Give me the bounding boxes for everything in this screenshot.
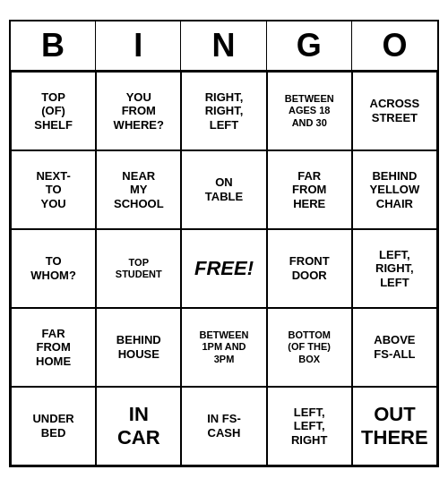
bingo-cell-2: RIGHT,RIGHT,LEFT	[181, 72, 266, 150]
bingo-cell-20: UNDERBED	[11, 387, 96, 466]
header-letter-b: B	[11, 21, 96, 70]
bingo-cell-18: BOTTOM(OF THE)BOX	[267, 308, 352, 387]
bingo-cell-16: BEHINDHOUSE	[96, 308, 181, 387]
header-letter-g: G	[267, 21, 352, 70]
bingo-cell-22: IN FS-CASH	[181, 387, 266, 466]
header-letter-i: I	[96, 21, 181, 70]
bingo-header: BINGO	[11, 21, 437, 72]
bingo-cell-3: BETWEENAGES 18AND 30	[267, 72, 352, 150]
bingo-cell-14: LEFT,RIGHT,LEFT	[352, 229, 437, 308]
bingo-grid: TOP(OF)SHELFYOUFROMWHERE?RIGHT,RIGHT,LEF…	[11, 72, 437, 466]
bingo-cell-8: FARFROMHERE	[267, 150, 352, 229]
bingo-cell-21: INCAR	[96, 387, 181, 466]
bingo-cell-10: TOWHOM?	[11, 229, 96, 308]
header-letter-n: N	[181, 21, 266, 70]
bingo-cell-19: ABOVEFS-ALL	[352, 308, 437, 387]
bingo-cell-13: FRONTDOOR	[267, 229, 352, 308]
bingo-cell-6: NEARMYSCHOOL	[96, 150, 181, 229]
bingo-cell-24: OUTTHERE	[352, 387, 437, 466]
bingo-cell-12: Free!	[181, 229, 266, 308]
bingo-card: BINGO TOP(OF)SHELFYOUFROMWHERE?RIGHT,RIG…	[9, 20, 439, 467]
bingo-cell-17: BETWEEN1PM AND3PM	[181, 308, 266, 387]
bingo-cell-11: TOPSTUDENT	[96, 229, 181, 308]
bingo-cell-15: FARFROMHOME	[11, 308, 96, 387]
bingo-cell-9: BEHINDYELLOWCHAIR	[352, 150, 437, 229]
bingo-cell-23: LEFT,LEFT,RIGHT	[267, 387, 352, 466]
bingo-cell-4: ACROSSSTREET	[352, 72, 437, 150]
bingo-cell-5: NEXT-TOYOU	[11, 150, 96, 229]
bingo-cell-7: ONTABLE	[181, 150, 266, 229]
bingo-cell-0: TOP(OF)SHELF	[11, 72, 96, 150]
bingo-cell-1: YOUFROMWHERE?	[96, 72, 181, 150]
header-letter-o: O	[352, 21, 437, 70]
